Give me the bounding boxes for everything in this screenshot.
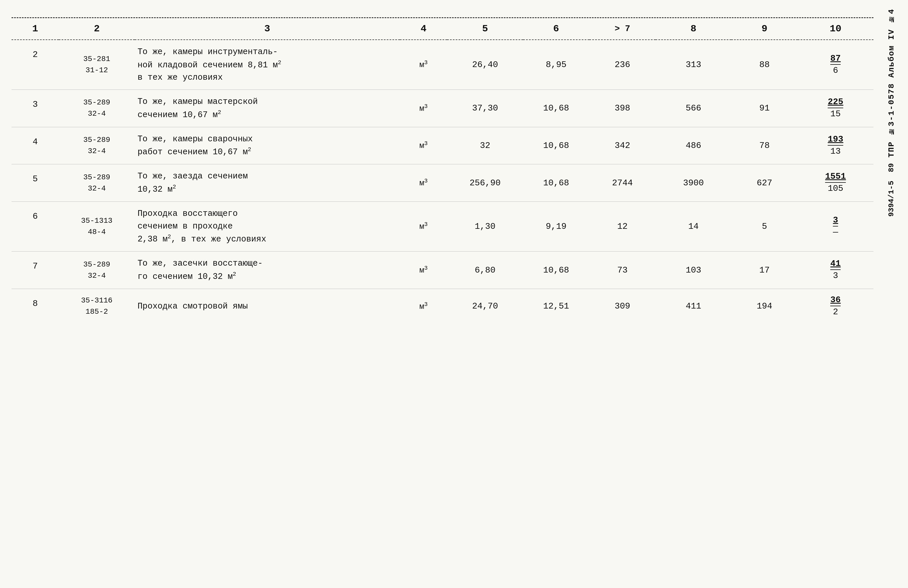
table-row: 835-3116185-2Проходка смотровой ямым324,… — [11, 289, 873, 324]
row-code: 35-28932-4 — [59, 90, 134, 127]
header-col4: 4 — [400, 18, 447, 40]
row-description: То же, камеры мастерскойсечением 10,67 м… — [135, 90, 400, 127]
row-number: 8 — [11, 289, 59, 324]
row-number: 7 — [11, 252, 59, 289]
row-code: 35-28131-12 — [59, 40, 134, 90]
row-col6: 10,68 — [523, 127, 589, 164]
row-unit: м3 — [400, 202, 447, 252]
row-description: То же, камеры инструменталь-ной кладовой… — [135, 40, 400, 90]
row-col10: 1551105 — [798, 164, 873, 202]
side-label-2: 89 — [887, 163, 896, 172]
row-col8: 486 — [655, 127, 731, 164]
table-row: 535-28932-4То же, заезда сечением10,32 м… — [11, 164, 873, 202]
row-col8: 313 — [655, 40, 731, 90]
header-col1: 1 — [11, 18, 59, 40]
row-col10: 413 — [798, 252, 873, 289]
table-row: 635-131348-4Проходка восстающегосечением… — [11, 202, 873, 252]
row-col5: 6,80 — [447, 252, 523, 289]
row-unit: м3 — [400, 164, 447, 202]
row-col5: 37,30 — [447, 90, 523, 127]
row-col10: 22515 — [798, 90, 873, 127]
header-col5: 5 — [447, 18, 523, 40]
row-code: 35-28932-4 — [59, 252, 134, 289]
row-col10: 876 — [798, 40, 873, 90]
row-col10: 3— — [798, 202, 873, 252]
row-col7: 309 — [589, 289, 655, 324]
row-unit: м3 — [400, 252, 447, 289]
row-col10: 19313 — [798, 127, 873, 164]
table-row: 335-28932-4То же, камеры мастерскойсечен… — [11, 90, 873, 127]
row-col9: 17 — [731, 252, 797, 289]
row-col6: 8,95 — [523, 40, 589, 90]
row-col7: 236 — [589, 40, 655, 90]
row-col7: 2744 — [589, 164, 655, 202]
row-unit: м3 — [400, 40, 447, 90]
row-col6: 10,68 — [523, 90, 589, 127]
row-unit: м3 — [400, 90, 447, 127]
row-number: 6 — [11, 202, 59, 252]
row-col8: 103 — [655, 252, 731, 289]
row-description: То же, засечки восстающе-го сечением 10,… — [135, 252, 400, 289]
header-col10: 10 — [798, 18, 873, 40]
row-col5: 24,70 — [447, 289, 523, 324]
row-description: То же, камеры сварочныхработ сечением 10… — [135, 127, 400, 164]
row-col8: 3900 — [655, 164, 731, 202]
row-col6: 10,68 — [523, 164, 589, 202]
row-col5: 1,30 — [447, 202, 523, 252]
row-col7: 73 — [589, 252, 655, 289]
row-description: То же, заезда сечением10,32 м2 — [135, 164, 400, 202]
row-code: 35-3116185-2 — [59, 289, 134, 324]
row-col9: 91 — [731, 90, 797, 127]
main-table: 1 2 3 4 5 6 > 7 8 9 10 235-28131-12То же… — [11, 18, 873, 324]
row-col8: 14 — [655, 202, 731, 252]
side-label-main: ТПР №3-1-0578 Альбом IV №4 — [887, 9, 896, 157]
side-annotations: ТПР №3-1-0578 Альбом IV №4 89 9394/1-5 — [880, 0, 903, 588]
row-col6: 10,68 — [523, 252, 589, 289]
row-unit: м3 — [400, 289, 447, 324]
row-col9: 5 — [731, 202, 797, 252]
table-row: 235-28131-12То же, камеры инструменталь-… — [11, 40, 873, 90]
header-col3: 3 — [135, 18, 400, 40]
row-description: Проходка восстающегосечением в проходке2… — [135, 202, 400, 252]
header-col8: 8 — [655, 18, 731, 40]
table-header-row: 1 2 3 4 5 6 > 7 8 9 10 — [11, 18, 873, 40]
row-code: 35-28932-4 — [59, 127, 134, 164]
header-col6: 6 — [523, 18, 589, 40]
row-col7: 398 — [589, 90, 655, 127]
row-col8: 566 — [655, 90, 731, 127]
row-col5: 32 — [447, 127, 523, 164]
row-code: 35-131348-4 — [59, 202, 134, 252]
header-col2: 2 — [59, 18, 134, 40]
row-col9: 194 — [731, 289, 797, 324]
row-col9: 627 — [731, 164, 797, 202]
row-col8: 411 — [655, 289, 731, 324]
row-col7: 342 — [589, 127, 655, 164]
row-col9: 78 — [731, 127, 797, 164]
table-row: 735-28932-4То же, засечки восстающе-го с… — [11, 252, 873, 289]
row-number: 3 — [11, 90, 59, 127]
row-code: 35-28932-4 — [59, 164, 134, 202]
row-number: 4 — [11, 127, 59, 164]
row-col5: 26,40 — [447, 40, 523, 90]
page: ТПР №3-1-0578 Альбом IV №4 89 9394/1-5 1 — [0, 0, 908, 588]
row-description: Проходка смотровой ямы — [135, 289, 400, 324]
row-col6: 9,19 — [523, 202, 589, 252]
row-col6: 12,51 — [523, 289, 589, 324]
row-number: 5 — [11, 164, 59, 202]
row-col5: 256,90 — [447, 164, 523, 202]
row-col7: 12 — [589, 202, 655, 252]
side-label-3: 9394/1-5 — [887, 181, 896, 217]
row-col10: 362 — [798, 289, 873, 324]
header-col9: 9 — [731, 18, 797, 40]
main-table-container: 1 2 3 4 5 6 > 7 8 9 10 235-28131-12То же… — [11, 17, 873, 577]
header-col7: > 7 — [589, 18, 655, 40]
row-unit: м3 — [400, 127, 447, 164]
table-row: 435-28932-4То же, камеры сварочныхработ … — [11, 127, 873, 164]
row-col9: 88 — [731, 40, 797, 90]
row-number: 2 — [11, 40, 59, 90]
